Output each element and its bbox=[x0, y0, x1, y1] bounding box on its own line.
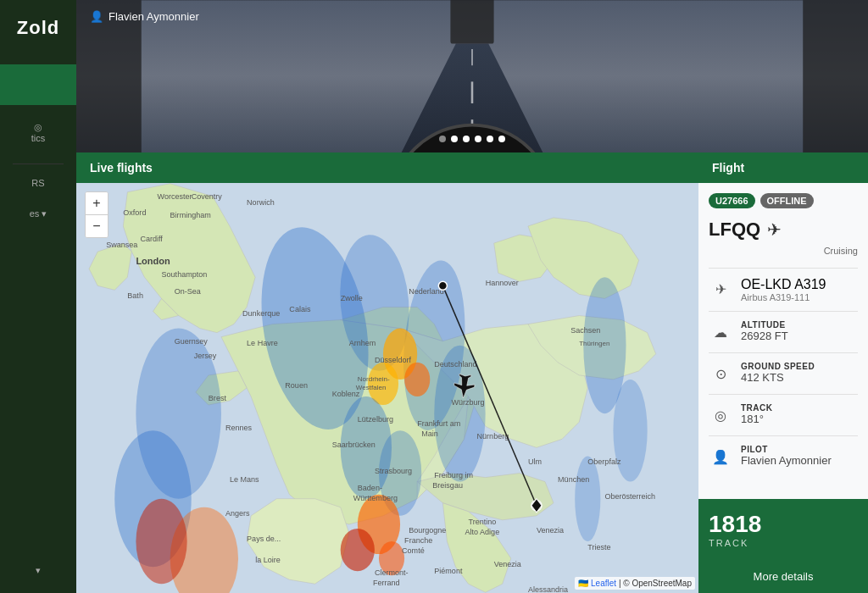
svg-rect-7 bbox=[76, 0, 142, 152]
svg-text:Deutschland: Deutschland bbox=[434, 360, 476, 369]
flight-panel-header: Flight bbox=[698, 152, 868, 183]
svg-point-92 bbox=[438, 281, 447, 290]
svg-text:Le Havre: Le Havre bbox=[247, 339, 278, 347]
svg-text:Frankfurt am: Frankfurt am bbox=[417, 419, 460, 428]
svg-text:Cardiff: Cardiff bbox=[140, 235, 163, 243]
speed-row: ⊙ GROUND SPEED 412 KTS bbox=[709, 362, 858, 385]
svg-text:Westfalen: Westfalen bbox=[356, 384, 387, 391]
svg-text:Rennes: Rennes bbox=[225, 424, 253, 432]
uk-label: London bbox=[136, 256, 170, 266]
svg-text:Freiburg im: Freiburg im bbox=[434, 471, 473, 479]
hero-banner: E6 👤 Flavien Aymonnier bbox=[76, 0, 868, 152]
zoom-in-button[interactable]: + bbox=[86, 192, 108, 214]
divider-3 bbox=[709, 352, 858, 353]
aircraft-code-value: OE-LKD A319 bbox=[741, 277, 858, 292]
altitude-label: ALTITUDE bbox=[741, 320, 858, 330]
content-row: Live flights bbox=[76, 152, 868, 593]
badge-row: U27666 OFFLINE bbox=[709, 193, 858, 208]
svg-text:Rouen: Rouen bbox=[285, 381, 308, 390]
svg-text:Hannover: Hannover bbox=[486, 279, 519, 287]
track-content: TRACK 181° bbox=[741, 403, 858, 425]
plane-icon: ✈ bbox=[767, 219, 782, 240]
airport-row: LFQQ ✈ bbox=[709, 219, 858, 241]
hero-user-info: 👤 Flavien Aymonnier bbox=[90, 10, 199, 23]
svg-text:Franche: Franche bbox=[404, 536, 432, 545]
track-row: ◎ TRACK 181° bbox=[709, 403, 858, 427]
svg-text:Nordrhein-: Nordrhein- bbox=[358, 375, 390, 383]
svg-text:Nederland: Nederland bbox=[409, 287, 444, 296]
svg-text:München: München bbox=[558, 475, 589, 484]
altitude-value: 26928 FT bbox=[741, 330, 858, 342]
svg-text:Oberpfalz: Oberpfalz bbox=[587, 457, 621, 466]
flight-panel: Flight U27666 OFFLINE LFQQ ✈ Cruising bbox=[698, 152, 868, 593]
map-svg: London Swansea Cardiff Birmingham Norwic… bbox=[76, 183, 698, 593]
leaflet-link[interactable]: Leaflet bbox=[591, 579, 616, 588]
svg-text:Sachsen: Sachsen bbox=[570, 326, 600, 335]
svg-text:Lützelburg: Lützelburg bbox=[358, 415, 393, 424]
svg-text:Oberösterreich: Oberösterreich bbox=[604, 492, 655, 501]
pilot-row: 👤 PILOT Flavien Aymonnier bbox=[709, 445, 858, 468]
map-container[interactable]: London Swansea Cardiff Birmingham Norwic… bbox=[76, 183, 698, 593]
svg-text:Würzburg: Würzburg bbox=[451, 398, 484, 407]
svg-text:Thüringen: Thüringen bbox=[579, 340, 609, 347]
map-controls: + − bbox=[85, 191, 108, 238]
status-badge: OFFLINE bbox=[760, 193, 814, 208]
svg-point-16 bbox=[404, 363, 430, 396]
pilot-value: Flavien Aymonnier bbox=[741, 454, 858, 467]
divider-4 bbox=[709, 394, 858, 395]
svg-text:Saarbrücken: Saarbrücken bbox=[332, 441, 376, 449]
divider-1 bbox=[709, 268, 858, 269]
hero-dot-1 bbox=[439, 136, 446, 142]
sidebar-logo: Zold bbox=[17, 17, 59, 39]
svg-text:Southampton: Southampton bbox=[162, 270, 208, 279]
flight-id-badge: U27666 bbox=[709, 193, 755, 208]
sidebar-item-rs[interactable]: RS bbox=[4, 178, 72, 188]
aircraft-full-name: Airbus A319-111 bbox=[741, 292, 858, 302]
map-header: Live flights bbox=[76, 152, 698, 183]
aircraft-info-row: ✈ OE-LKD A319 Airbus A319-111 bbox=[709, 277, 858, 302]
svg-rect-10 bbox=[450, 0, 493, 44]
hero-dot-5 bbox=[487, 136, 493, 142]
track-banner-number: 1818 bbox=[709, 511, 858, 538]
sidebar-item-tics[interactable]: ◎ tics bbox=[4, 122, 72, 143]
zoom-out-button[interactable]: − bbox=[86, 215, 108, 237]
svg-text:Alto Adige: Alto Adige bbox=[465, 528, 499, 536]
svg-text:Trieste: Trieste bbox=[587, 543, 610, 551]
hero-username: Flavien Aymonnier bbox=[108, 10, 199, 23]
speed-value: 412 KTS bbox=[741, 371, 858, 384]
aircraft-info-content: OE-LKD A319 Airbus A319-111 bbox=[741, 277, 858, 302]
svg-text:On-Sea: On-Sea bbox=[175, 287, 202, 296]
svg-text:Swansea: Swansea bbox=[106, 241, 138, 249]
divider-5 bbox=[709, 435, 858, 436]
map-attribution: 🇺🇦 Leaflet | © OpenStreetMap bbox=[575, 577, 695, 590]
svg-text:Coventry: Coventry bbox=[192, 192, 223, 201]
track-value: 181° bbox=[741, 413, 858, 425]
svg-text:Alessandria: Alessandria bbox=[528, 585, 569, 593]
svg-text:Brest: Brest bbox=[209, 394, 227, 402]
map-section: Live flights bbox=[76, 152, 698, 593]
origin-code: LFQQ bbox=[709, 219, 760, 241]
svg-text:la Loire: la Loire bbox=[255, 556, 281, 564]
more-details-button[interactable]: More details bbox=[698, 560, 868, 593]
pilot-icon: 👤 bbox=[709, 445, 732, 468]
svg-text:Le Mans: Le Mans bbox=[230, 475, 259, 484]
svg-text:Dunkerque: Dunkerque bbox=[242, 309, 280, 318]
divider-2 bbox=[709, 311, 858, 312]
speed-label: GROUND SPEED bbox=[741, 362, 858, 371]
tics-icon: ◎ bbox=[4, 122, 72, 133]
svg-text:Breisgau: Breisgau bbox=[432, 481, 463, 490]
hero-dot-3 bbox=[463, 136, 470, 142]
svg-text:Piémont: Piémont bbox=[434, 567, 463, 575]
svg-text:Baden-: Baden- bbox=[358, 484, 382, 492]
altitude-content: ALTITUDE 26928 FT bbox=[741, 320, 858, 342]
svg-text:Pays de...: Pays de... bbox=[247, 535, 281, 543]
ac-code: OE-LKD bbox=[741, 277, 792, 291]
speed-content: GROUND SPEED 412 KTS bbox=[741, 362, 858, 384]
svg-text:Düsseldorf: Düsseldorf bbox=[375, 356, 412, 364]
person-icon: 👤 bbox=[90, 10, 103, 23]
svg-text:Württemberg: Württemberg bbox=[353, 494, 398, 502]
sidebar-item-es[interactable]: es ▾ bbox=[4, 208, 72, 219]
sidebar-divider bbox=[13, 163, 64, 164]
svg-point-30 bbox=[575, 456, 600, 541]
svg-text:Jersey: Jersey bbox=[194, 352, 217, 360]
